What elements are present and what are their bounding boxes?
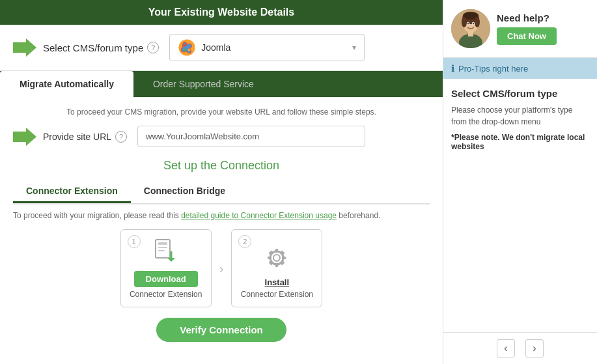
nav-next-btn[interactable]: › [525, 339, 544, 357]
chat-now-btn[interactable]: Chat Now [497, 27, 557, 45]
svg-rect-9 [158, 247, 167, 248]
cms-dropdown[interactable]: Joomla ▾ [169, 34, 365, 61]
conn-tab-extension[interactable]: Connector Extension [13, 180, 131, 203]
svg-point-4 [188, 48, 191, 51]
url-input[interactable] [137, 126, 365, 147]
svg-rect-28 [468, 31, 473, 36]
content-area: To proceed your CMS migration, provide y… [0, 97, 443, 364]
svg-point-2 [184, 44, 186, 46]
page-header: Your Existing Website Details [0, 0, 443, 25]
steps-row: 1 Download Connector Extension › 2 [13, 229, 430, 307]
tips-content: Select CMS/forum type Please choose your… [443, 79, 597, 332]
svg-marker-6 [13, 128, 36, 146]
pro-tips-text: Pro-Tips right here [458, 64, 528, 74]
tips-body: Please choose your platform's type from … [451, 104, 589, 128]
main-panel: Your Existing Website Details Select CMS… [0, 0, 443, 364]
cms-help-icon[interactable]: ? [147, 42, 159, 53]
avatar [451, 9, 490, 48]
download-icon [150, 236, 182, 267]
verify-connection-btn[interactable]: Verify Connection [156, 318, 286, 342]
svg-rect-10 [158, 250, 165, 251]
step-1-number: 1 [128, 235, 141, 248]
header-title: Your Existing Website Details [148, 7, 294, 18]
svg-point-35 [475, 17, 480, 27]
tab-migrate-automatically[interactable]: Migrate Automatically [0, 71, 133, 97]
avatar-image [451, 9, 490, 48]
url-label: Provide site URL [43, 132, 111, 142]
info-icon: ℹ [451, 63, 454, 74]
connection-tabs: Connector Extension Connection Bridge [13, 180, 430, 204]
svg-point-31 [467, 23, 469, 25]
step-2-box: 2 Install Connector Extension [231, 229, 322, 307]
info-text: To proceed your CMS migration, provide y… [13, 107, 430, 117]
svg-point-3 [188, 44, 191, 46]
joomla-logo [178, 38, 196, 57]
step-chevron: › [219, 261, 224, 276]
cms-selected-value: Joomla [201, 42, 352, 53]
step-2-label: Connector Extension [241, 290, 313, 299]
step-1-label: Connector Extension [130, 290, 202, 299]
setup-title: Set up the Connection [13, 159, 430, 173]
svg-rect-19 [282, 257, 286, 259]
svg-rect-16 [275, 249, 278, 253]
guide-link[interactable]: detailed guide to Connector Extension us… [181, 211, 337, 220]
tab-order-supported[interactable]: Order Supported Service [133, 71, 273, 97]
download-btn[interactable]: Download [134, 271, 198, 287]
svg-point-5 [184, 48, 186, 51]
svg-point-14 [270, 251, 283, 264]
svg-marker-13 [167, 258, 175, 262]
chevron-down-icon: ▾ [352, 43, 356, 52]
svg-rect-17 [275, 263, 278, 267]
pro-tips-bar: ℹ Pro-Tips right here [443, 58, 597, 79]
svg-point-32 [473, 23, 474, 25]
conn-tab-bridge[interactable]: Connection Bridge [131, 180, 238, 203]
svg-point-34 [462, 17, 467, 27]
help-right: Need help? Chat Now [497, 12, 557, 45]
tips-note: *Please note. We don't migrate local web… [451, 133, 589, 151]
cms-selection-row: Select CMS/forum type ? Joomla ▾ [0, 25, 443, 71]
url-help-icon[interactable]: ? [115, 131, 127, 143]
arrow-icon [13, 38, 36, 57]
need-help-text: Need help? [497, 12, 557, 23]
step-1-box: 1 Download Connector Extension [120, 229, 212, 307]
main-tabs-bar: Migrate Automatically Order Supported Se… [0, 71, 443, 97]
svg-rect-18 [268, 257, 271, 259]
nav-prev-btn[interactable]: ‹ [497, 339, 515, 357]
cms-label: Select CMS/forum type [43, 42, 143, 53]
help-header: Need help? Chat Now [443, 0, 597, 58]
svg-point-15 [273, 255, 280, 261]
svg-rect-8 [158, 242, 167, 245]
nav-arrows: ‹ › [443, 332, 597, 364]
right-panel: Need help? Chat Now ℹ Pro-Tips right her… [443, 0, 597, 364]
verify-btn-row: Verify Connection [13, 318, 430, 342]
install-icon [261, 242, 292, 273]
svg-marker-0 [13, 38, 36, 57]
guide-text: To proceed with your migration, please r… [13, 211, 430, 220]
step-2-number: 2 [238, 235, 251, 248]
url-row: Provide site URL ? [13, 126, 430, 147]
arrow-icon-url [13, 128, 36, 146]
install-btn[interactable]: Install [265, 277, 290, 287]
tips-title: Select CMS/forum type [451, 88, 589, 99]
